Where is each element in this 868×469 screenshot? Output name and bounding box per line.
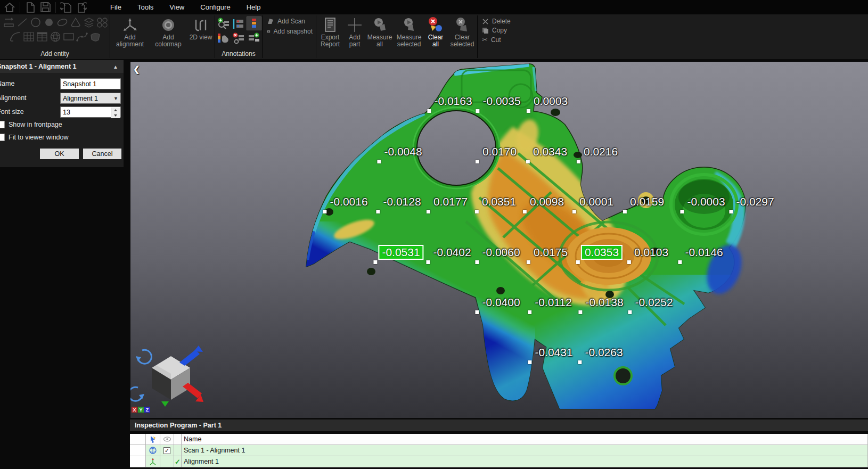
alignment-dropdown[interactable]: Alignment 1▼ [60,93,121,104]
point-icon[interactable] [42,15,55,29]
deviation-label[interactable]: 0.0175 [533,246,569,259]
visibility-cell[interactable] [160,456,174,467]
name-column-header[interactable]: Name [182,434,868,445]
deviation-label[interactable]: -0.0146 [684,246,724,259]
add-alignment-button[interactable]: Add alignment [110,14,150,59]
fontsize-input[interactable]: 13 [60,106,121,118]
2d-view-button[interactable]: 2D view [187,14,215,59]
import-icon[interactable] [59,1,73,14]
clear-all-button[interactable]: Clear all [424,14,447,59]
panel-title-bar[interactable]: Snapshot 1 - Alignment 1 ▲ [0,60,124,73]
deviation-label[interactable]: 0.0351 [481,195,517,208]
deviation-label[interactable]: 0.0343 [532,145,568,158]
add-snapshot-button[interactable]: Add snapshot [267,28,313,35]
deviation-label[interactable]: 0.0177 [432,195,469,208]
collapse-viewport-panel-icon[interactable]: ❮ [133,64,140,74]
deviation-label[interactable]: -0.0128 [382,195,422,208]
zoom-add-annotation-icon[interactable] [216,17,231,30]
deviation-label[interactable]: 0.0003 [533,95,569,108]
export-icon[interactable] [73,1,88,14]
visibility-cell[interactable]: ✓ [160,445,174,456]
add-annotation-icon[interactable] [247,31,261,45]
patch-icon[interactable] [89,30,102,44]
grid-icon[interactable] [22,30,36,44]
deviation-label[interactable]: -0.0402 [432,246,472,259]
cut-button[interactable]: ✂ Cut [482,36,512,44]
deviation-label[interactable]: -0.0431 [534,346,574,359]
deviation-label[interactable]: -0.0252 [634,296,674,309]
menu-tools[interactable]: Tools [129,1,161,14]
menu-file[interactable]: File [102,1,129,14]
deviation-label[interactable]: -0.0263 [584,346,624,359]
layers-icon[interactable] [82,15,95,29]
visibility-column-header[interactable] [160,434,174,445]
multi-circle-icon[interactable] [95,15,109,29]
remove-annotation-icon[interactable] [231,31,246,45]
collapse-panel-icon[interactable]: ▲ [113,64,118,70]
row-name[interactable]: Alignment 1 [182,456,868,467]
navigation-cube[interactable] [130,339,216,418]
measure-selected-button[interactable]: Measure selected [394,14,424,59]
fit-to-viewer-checkbox[interactable] [0,134,5,141]
deviation-label[interactable]: 0.0159 [629,195,665,208]
add-part-button[interactable]: Add part [344,14,365,59]
deviation-label[interactable]: 0.0216 [583,145,619,158]
deviation-label[interactable]: -0.0003 [686,195,726,208]
axis-badge-x[interactable]: X [132,407,137,413]
deviation-label[interactable]: -0.0112 [534,296,573,309]
visibility-checkbox[interactable]: ✓ [163,447,170,454]
deviation-label[interactable]: -0.0048 [383,145,423,158]
show-in-frontpage-checkbox[interactable] [0,121,5,128]
ruler-icon[interactable] [2,15,15,29]
cancel-button[interactable]: Cancel [83,149,121,159]
cone-icon[interactable] [69,15,82,29]
ellipse-icon[interactable] [55,15,69,29]
deviation-label[interactable]: 0.0098 [529,195,565,208]
axis-badge-y[interactable]: Y [138,407,144,413]
clear-selected-button[interactable]: Clear selected [447,14,477,59]
axis-badge-z[interactable]: Z [144,407,150,413]
deviation-label[interactable]: -0.0016 [329,195,369,208]
deviation-label[interactable]: 0.0103 [633,246,669,259]
deviation-label[interactable]: -0.0163 [433,95,473,108]
copy-button[interactable]: Copy [482,27,512,34]
menu-view[interactable]: View [161,1,192,14]
3d-viewport[interactable]: ❮ XYZ -0.0163-0.00350.0003-0.00480.01700… [130,62,868,418]
rectangle-icon[interactable] [62,30,76,44]
sphere-grid-icon[interactable] [49,30,62,44]
delete-button[interactable]: Delete [482,18,512,25]
deviation-label-highlighted[interactable]: 0.0353 [581,245,623,260]
status-column-header[interactable] [174,434,182,445]
menu-help[interactable]: Help [239,1,269,14]
inspection-row[interactable]: ✓Alignment 1 [130,456,868,467]
colorbar-icon[interactable] [247,17,261,30]
table-grid-icon[interactable] [36,30,49,44]
line-icon[interactable] [15,15,29,29]
ok-button[interactable]: OK [40,149,79,159]
deviation-label[interactable]: 0.0001 [578,195,615,208]
arc-icon[interactable] [9,30,22,44]
fontsize-spinner[interactable] [111,108,120,117]
deviation-label[interactable]: -0.0138 [584,296,624,309]
annotation-list-icon[interactable] [231,17,246,30]
name-input[interactable]: Snapshot 1 [60,78,121,89]
row-name[interactable]: Scan 1 - Alignment 1 [182,445,868,456]
deviation-label[interactable]: -0.0060 [481,246,521,259]
inspection-row[interactable]: ✓Scan 1 - Alignment 1 [130,445,868,456]
export-report-button[interactable]: Export Report [316,14,344,59]
colormap-hand-icon[interactable] [216,31,231,45]
deviation-label[interactable]: 0.0170 [481,145,518,158]
add-scan-button[interactable]: Add Scan [267,18,313,25]
circle-icon[interactable] [29,15,42,29]
menu-configure[interactable]: Configure [192,1,238,14]
deviation-label-highlighted[interactable]: -0.0531 [378,245,423,260]
new-file-icon[interactable] [23,1,38,14]
deviation-label[interactable]: -0.0297 [735,195,775,208]
deviation-label[interactable]: -0.0400 [481,296,521,309]
spline-icon[interactable] [76,30,89,44]
home-icon[interactable] [2,1,17,14]
save-icon[interactable] [38,1,53,14]
add-colormap-button[interactable]: Add colormap [150,14,187,59]
deviation-label[interactable]: -0.0035 [481,95,521,108]
type-column-header[interactable] [146,434,160,445]
